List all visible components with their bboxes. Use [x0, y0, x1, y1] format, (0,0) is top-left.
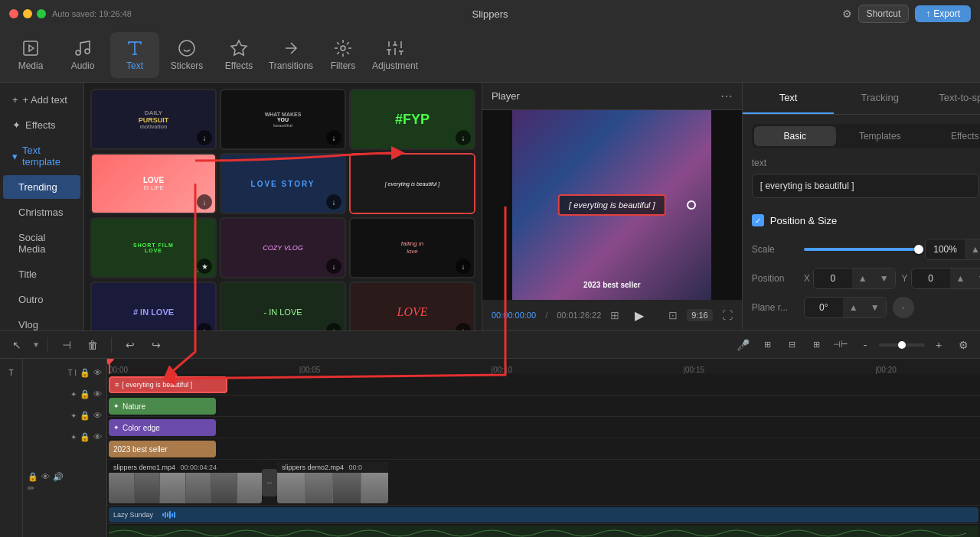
plane-increment[interactable]: ▲ — [843, 298, 864, 317]
template-in-love2[interactable]: # IN LOVE ↓ — [90, 282, 217, 330]
video-lock-icon[interactable]: 🔒 — [28, 472, 38, 482]
subtab-effects[interactable]: Effects — [924, 126, 980, 146]
text-input[interactable] — [752, 174, 979, 198]
zoom-slider[interactable] — [879, 343, 925, 347]
text-clip[interactable]: ≡ [ everyting is beautiful ] — [109, 376, 227, 393]
x-decrement[interactable]: ▼ — [874, 268, 895, 288]
pencil-icon[interactable]: ✏ — [28, 483, 34, 493]
crop-button[interactable]: ⊡ — [668, 309, 678, 321]
x-increment[interactable]: ▲ — [852, 268, 874, 288]
plane-stepper[interactable]: 0° ▲ ▼ — [804, 297, 887, 318]
nature-eye-icon[interactable]: 👁 — [93, 389, 102, 399]
track-eye-icon[interactable]: 👁 — [93, 368, 102, 377]
color-eye-icon[interactable]: 👁 — [93, 411, 102, 420]
template-love-story[interactable]: LOVE STORY ↓ — [220, 153, 346, 214]
sidebar-item-trending[interactable]: Trending — [3, 175, 80, 199]
template-short-film-love[interactable]: SHORT FILMLOVE ★ ↓ — [90, 217, 217, 278]
template-falling-in-love[interactable]: falling inlove ↓ — [349, 217, 475, 278]
sidebar-item-title[interactable]: Title — [3, 262, 80, 286]
sidebar-item-add-text[interactable]: + + Add text — [3, 88, 80, 112]
scale-slider[interactable] — [804, 248, 920, 251]
zoom-out-button[interactable]: - — [854, 334, 876, 356]
timeline-tool1[interactable]: ⊞ — [756, 334, 778, 356]
sidebar-item-christmas[interactable]: Christmas — [3, 200, 80, 224]
close-button[interactable] — [9, 9, 18, 18]
record-button[interactable]: 🎤 — [732, 334, 753, 356]
delete-tool[interactable]: 🗑 — [82, 334, 103, 356]
bestseller-eye-icon[interactable]: 👁 — [93, 432, 102, 441]
plane-decrement[interactable]: ▼ — [864, 298, 886, 317]
template-beautiful[interactable]: [ everyting is beautiful ] — [349, 153, 475, 214]
tool-adjustment[interactable]: Adjustment — [371, 32, 420, 78]
scale-increment[interactable]: ▲ — [965, 239, 980, 259]
shortcut-button[interactable]: Shortcut — [858, 5, 910, 23]
track-lock-icon[interactable]: 🔒 — [80, 368, 90, 378]
bestseller-clip[interactable]: 2023 best seller — [109, 441, 216, 457]
settings-button[interactable]: ⚙ — [952, 334, 974, 356]
template-cozy-vlog[interactable]: COZY VLOG ↓ — [220, 217, 346, 278]
minimize-button[interactable] — [23, 9, 32, 18]
color-clip[interactable]: ✦ Color edge — [109, 419, 216, 436]
maximize-button[interactable] — [37, 9, 46, 18]
template-love-is-life[interactable]: LOVE IS LIFE ↓ — [90, 153, 217, 214]
playhead[interactable] — [109, 359, 110, 374]
download-icon[interactable]: ↓ — [326, 259, 341, 274]
tool-effects[interactable]: Effects — [214, 32, 263, 78]
fullscreen-button[interactable]: ⛶ — [722, 309, 733, 321]
sidebar-item-social-media[interactable]: Social Media — [3, 226, 80, 261]
timeline-tool2[interactable]: ⊟ — [781, 334, 802, 356]
video-clip-1[interactable]: slippers demo1.mp4 00:00:04:24 — [109, 462, 262, 503]
tool-media[interactable]: Media — [6, 32, 55, 78]
y-decrement[interactable]: ▼ — [971, 268, 980, 288]
video-text-overlay[interactable]: [ everyting is beautiful ] — [558, 194, 666, 216]
redo-button[interactable]: ↪ — [145, 334, 167, 356]
template-love[interactable]: LOVE ↓ — [349, 282, 475, 330]
zoom-thumb[interactable] — [898, 341, 906, 349]
template-daily-pursuit[interactable]: DAILY PURSUIT motivation ↓ — [90, 89, 217, 150]
scale-stepper[interactable]: 100% ▲ ▼ — [925, 239, 980, 260]
tool-stickers[interactable]: Stickers — [162, 32, 211, 78]
cursor-tool[interactable]: ↖ — [6, 334, 28, 356]
download-icon[interactable]: ↓ — [326, 130, 341, 145]
align-button[interactable]: ⊣⊢ — [830, 334, 851, 356]
player-menu-icon[interactable]: ⋯ — [720, 89, 733, 103]
subtab-templates[interactable]: Templates — [839, 126, 921, 146]
video-clip-2[interactable]: slippers demo2.mp4 00:0 — [277, 462, 388, 503]
tool-transitions[interactable]: Transitions — [266, 32, 315, 78]
plane-circle-button[interactable]: - — [893, 297, 914, 318]
rotation-handle[interactable] — [687, 200, 696, 210]
zoom-in-button[interactable]: + — [928, 334, 949, 356]
tab-tts[interactable]: Text-to-speech — [926, 83, 980, 114]
tool-text[interactable]: Text — [110, 32, 159, 78]
sidebar-item-vlog[interactable]: Vlog — [3, 313, 80, 330]
download-icon[interactable]: ↓ — [456, 130, 471, 145]
subtab-basic[interactable]: Basic — [754, 126, 836, 146]
tab-tracking[interactable]: Tracking — [834, 83, 926, 114]
tool-filters[interactable]: Filters — [318, 32, 368, 78]
sidebar-item-text-template[interactable]: ▾ Text template — [3, 138, 80, 174]
split-tool[interactable]: ⊣ — [56, 334, 77, 356]
template-fyp[interactable]: #FYP ↓ — [349, 89, 475, 150]
undo-button[interactable]: ↩ — [119, 334, 141, 356]
y-stepper[interactable]: 0 ▲ ▼ — [911, 268, 980, 289]
download-icon[interactable]: ↓ — [326, 194, 341, 210]
template-in-love3[interactable]: - IN LOVE ↓ — [220, 282, 346, 330]
play-button[interactable]: ▶ — [629, 304, 650, 326]
video-eye-icon[interactable]: 👁 — [41, 472, 50, 482]
sidebar-item-effects[interactable]: ✦ Effects — [3, 113, 80, 137]
color-lock-icon[interactable]: 🔒 — [80, 411, 90, 421]
timeline-tool3[interactable]: ⊞ — [805, 334, 827, 356]
scale-slider-thumb[interactable] — [914, 245, 923, 254]
download-icon[interactable]: ↓ — [197, 194, 212, 210]
sidebar-item-outro[interactable]: Outro — [3, 288, 80, 311]
tool-audio[interactable]: Audio — [58, 32, 107, 78]
y-increment[interactable]: ▲ — [950, 268, 972, 288]
transition-marker[interactable]: ↔ — [262, 469, 277, 496]
grid-view-button[interactable]: ⊞ — [610, 309, 619, 321]
video-audio-icon[interactable]: 🔊 — [53, 472, 64, 482]
position-size-checkbox[interactable]: ✓ — [752, 214, 764, 226]
export-button[interactable]: ↑ Export — [915, 5, 971, 22]
nature-lock-icon[interactable]: 🔒 — [80, 389, 90, 399]
download-icon[interactable]: ↓ — [456, 259, 471, 274]
bestseller-lock-icon[interactable]: 🔒 — [80, 432, 90, 442]
